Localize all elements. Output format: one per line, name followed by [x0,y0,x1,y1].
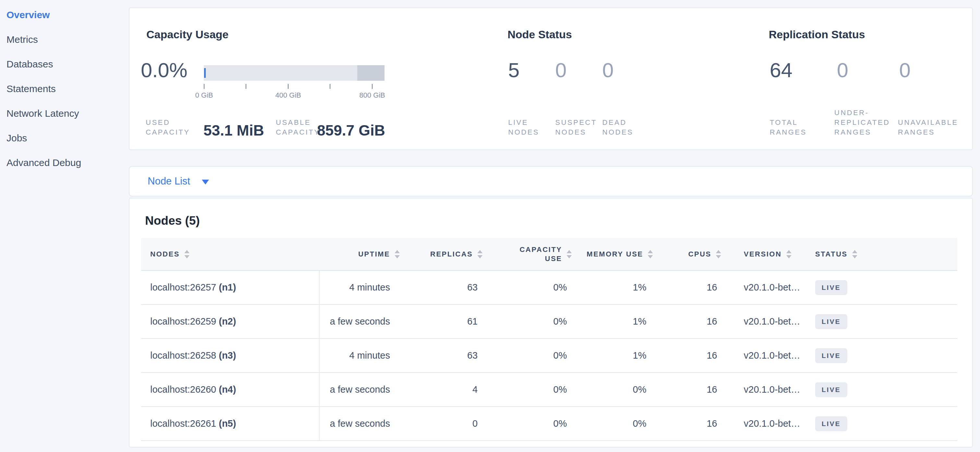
node-address-link[interactable]: localhost:26260 (n4) [150,384,236,395]
sort-icon [648,250,653,259]
table-row: localhost:26261 (n5) a few seconds 0 0% … [141,407,957,441]
capacity-gauge-used-segment [204,68,206,78]
label-line: RANGES [834,127,890,137]
memory-use-cell: 1% [572,270,653,305]
sort-icon [852,250,858,259]
column-header-memory-use[interactable]: MEMORY USE [572,238,653,270]
under-replicated-ranges-count: 0 [837,59,848,81]
sidebar-item-network-latency[interactable]: Network Latency [6,101,127,126]
column-header-uptime[interactable]: UPTIME [319,238,401,270]
column-header-cpus[interactable]: CPUS [653,238,721,270]
memory-use-cell: 0% [572,407,653,441]
dead-nodes-label: DEAD NODES [602,118,633,137]
sidebar-item-label: Databases [6,59,53,70]
node-address: localhost:26259 [150,316,216,327]
version-cell: v20.1.0-bet… [721,270,805,305]
node-id: (n3) [219,350,236,360]
column-label: STATUS [815,250,848,259]
sidebar-item-jobs[interactable]: Jobs [6,126,127,151]
cpus-cell: 16 [653,270,721,305]
cpus-cell: 16 [653,407,721,441]
uptime-cell: 4 minutes [319,338,401,373]
table-header-row: NODES UPTIME REPLICAS CAPACITY USE MEMOR… [141,238,957,270]
cpus-cell: 16 [653,373,721,407]
column-header-version[interactable]: VERSION [721,238,805,270]
node-address-link[interactable]: localhost:26259 (n2) [150,316,236,327]
column-label: UPTIME [358,250,390,259]
cluster-summary-card: Capacity Usage 0.0% 0 GiB 400 GiB 800 Gi… [129,8,973,150]
node-list-dropdown-label: Node List [148,175,190,187]
sort-icon [566,250,572,259]
label-line: DEAD [602,118,633,127]
sidebar-item-databases[interactable]: Databases [6,52,127,76]
sort-icon [716,250,721,259]
label-line: USED [146,118,190,127]
table-row: localhost:26259 (n2) a few seconds 61 0%… [141,305,957,338]
column-label: NODES [150,250,180,259]
label-line: NODES [602,127,633,137]
column-header-replicas[interactable]: REPLICAS [401,238,482,270]
node-address: localhost:26260 [150,384,216,395]
unavailable-ranges-count: 0 [899,59,910,81]
sidebar-item-advanced-debug[interactable]: Advanced Debug [6,151,127,175]
sidebar-item-metrics[interactable]: Metrics [6,27,127,52]
replicas-cell: 63 [401,270,482,305]
replicas-cell: 63 [401,338,482,373]
memory-use-cell: 1% [572,305,653,338]
memory-use-cell: 1% [572,338,653,373]
sort-icon [184,250,189,259]
usable-capacity-value: 859.7 GiB [317,122,385,139]
replicas-cell: 0 [401,407,482,441]
node-address-link[interactable]: localhost:26258 (n3) [150,350,236,360]
capacity-percent: 0.0% [141,59,188,81]
column-header-capacity-use[interactable]: CAPACITY USE [482,238,572,270]
label-line: TOTAL [770,118,807,127]
capacity-use-cell: 0% [482,373,572,407]
status-badge: LIVE [815,280,847,295]
total-ranges-count: 64 [770,59,792,81]
capacity-gauge-reserved-segment [357,65,385,81]
version-cell: v20.1.0-bet… [721,373,805,407]
sidebar-item-statements[interactable]: Statements [6,76,127,101]
capacity-use-cell: 0% [482,270,572,305]
sort-icon [395,250,400,259]
sort-icon [477,250,482,259]
total-ranges-label: TOTAL RANGES [770,118,807,137]
sidebar-item-label: Network Latency [6,108,79,119]
column-label: CPUS [688,250,711,259]
unavailable-ranges-label: UNAVAILABLE RANGES [898,118,958,137]
replication-status-title: Replication Status [769,28,865,41]
used-capacity-value: 53.1 MiB [204,122,264,139]
sidebar-item-overview[interactable]: Overview [6,3,127,27]
node-address-link[interactable]: localhost:26257 (n1) [150,282,236,292]
sort-icon [786,250,791,259]
label-line: RANGES [898,127,958,137]
version-cell: v20.1.0-bet… [721,338,805,373]
column-header-nodes[interactable]: NODES [141,238,319,270]
uptime-cell: 4 minutes [319,270,401,305]
node-address-link[interactable]: localhost:26261 (n5) [150,418,236,429]
label-line: UNDER- [834,108,890,118]
node-id: (n2) [219,316,236,327]
gauge-tick-label-800: 800 GiB [359,91,385,100]
nodes-section-title: Nodes (5) [145,214,200,228]
gauge-tick-label-400: 400 GiB [275,91,301,100]
sidebar: Overview Metrics Databases Statements Ne… [0,0,127,452]
status-badge: LIVE [815,348,847,363]
label-line: NODES [508,127,539,137]
cpus-cell: 16 [653,338,721,373]
node-list-dropdown[interactable]: Node List [148,175,209,187]
node-address: localhost:26257 [150,282,216,292]
chevron-down-icon [202,180,209,184]
column-header-status[interactable]: STATUS [805,238,957,270]
uptime-cell: a few seconds [319,373,401,407]
label-line: CAPACITY [276,127,320,137]
replicas-cell: 61 [401,305,482,338]
under-replicated-ranges-label: UNDER- REPLICATED RANGES [834,108,890,137]
node-address: localhost:26261 [150,418,216,429]
table-row: localhost:26257 (n1) 4 minutes 63 0% 1% … [141,270,957,305]
replicas-cell: 4 [401,373,482,407]
version-cell: v20.1.0-bet… [721,407,805,441]
label-line: REPLICATED [834,118,890,127]
node-status-title: Node Status [508,28,572,41]
